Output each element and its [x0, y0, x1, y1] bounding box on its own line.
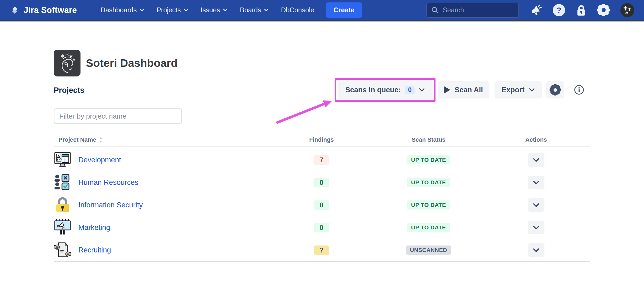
nav-dashboards[interactable]: Dashboards [101, 6, 144, 14]
table-header: Project Name Findings Scan Status Action… [54, 136, 590, 146]
sort-icon [99, 137, 103, 143]
findings-badge: 0 [314, 200, 329, 210]
project-filter-input[interactable] [54, 108, 182, 124]
soteri-face-icon [56, 52, 79, 75]
scan-status-badge: UNSCANNED [406, 245, 451, 255]
dashboard-settings-button[interactable] [546, 81, 564, 98]
table-bottom-divider [54, 261, 590, 262]
row-actions-button[interactable] [528, 153, 544, 167]
column-project-name-label: Project Name [58, 136, 96, 143]
scan-all-label: Scan All [455, 86, 483, 94]
nav-boards[interactable]: Boards [240, 6, 269, 14]
annotation-highlight-box: Scans in queue: 0 [335, 78, 436, 102]
svg-text:{·}: {·} [57, 158, 62, 161]
findings-badge: 7 [314, 155, 329, 165]
scan-status-badge: UP TO DATE [407, 200, 450, 210]
nav-dbconsole[interactable]: DbConsole [281, 6, 314, 14]
header-divider [54, 146, 590, 147]
table-row-human-resources: Human Resources 0 UP TO DATE [54, 171, 590, 194]
chevron-down-icon [533, 203, 539, 207]
settings-gear-icon[interactable] [597, 4, 610, 16]
chevron-down-icon [529, 88, 535, 92]
gear-icon [550, 84, 561, 96]
annotation-arrow [269, 98, 336, 126]
chevron-down-icon [184, 9, 188, 12]
human-resources-icon [54, 174, 71, 191]
lock-icon[interactable] [576, 4, 587, 16]
table-row-development: {·} () Development 7 UP TO DATE [54, 149, 590, 171]
info-icon[interactable] [572, 83, 586, 97]
page-title: Soteri Dashboard [86, 57, 178, 69]
row-actions-button[interactable] [528, 176, 544, 189]
table-row-marketing: Marketing 0 UP TO DATE [54, 216, 590, 239]
jira-diamond-icon [10, 5, 20, 15]
navbar-right-group: ? [426, 3, 634, 18]
chevron-down-icon [533, 181, 539, 185]
nav-issues-label: Issues [201, 6, 220, 14]
svg-text:(): () [63, 158, 67, 162]
chevron-down-icon [140, 9, 144, 12]
column-scan-status: Scan Status [402, 136, 455, 143]
navbar-search[interactable] [426, 3, 519, 18]
jira-logo[interactable]: Jira Software [10, 5, 77, 15]
scans-in-queue-button[interactable]: Scans in queue: 0 [338, 81, 433, 99]
user-avatar[interactable] [620, 3, 634, 17]
project-link-development[interactable]: Development [78, 156, 121, 164]
nav-issues[interactable]: Issues [201, 6, 228, 14]
project-link-recruiting[interactable]: Recruiting [78, 246, 111, 254]
projects-heading: Projects [54, 86, 84, 95]
play-icon [444, 86, 450, 94]
scan-status-badge: UP TO DATE [407, 223, 450, 232]
marketing-icon [54, 219, 71, 236]
scan-all-button[interactable]: Scan All [438, 81, 489, 98]
nav-boards-label: Boards [240, 6, 261, 14]
scans-in-queue-label: Scans in queue: [345, 86, 401, 94]
row-actions-button[interactable] [528, 221, 544, 234]
row-actions-button[interactable] [528, 198, 544, 212]
brand-title: Jira Software [24, 5, 77, 15]
scan-status-badge: UP TO DATE [407, 178, 450, 187]
row-actions-button[interactable] [528, 243, 544, 257]
soteri-logo [54, 50, 80, 76]
findings-badge: ? [314, 245, 329, 255]
create-button[interactable]: Create [326, 2, 362, 18]
main-navigation: Dashboards Projects Issues Boards DbCons… [101, 6, 314, 14]
export-label: Export [502, 86, 525, 94]
table-row-recruiting: Recruiting ? UNSCANNED [54, 239, 590, 261]
findings-badge: 0 [314, 223, 329, 232]
project-link-human-resources[interactable]: Human Resources [78, 178, 138, 187]
table-row-information-security: Information Security 0 UP TO DATE [54, 194, 590, 216]
column-findings: Findings [295, 136, 348, 143]
nav-dashboards-label: Dashboards [101, 6, 137, 14]
top-navbar: Jira Software Dashboards Projects Issues… [0, 0, 644, 21]
scan-status-badge: UP TO DATE [407, 155, 450, 164]
column-project-name[interactable]: Project Name [58, 136, 103, 143]
recruiting-icon [54, 241, 71, 259]
column-actions: Actions [509, 136, 563, 143]
chevron-down-icon [223, 9, 228, 12]
chevron-down-icon [264, 9, 269, 12]
nav-projects-label: Projects [156, 6, 181, 14]
help-icon[interactable]: ? [553, 4, 565, 16]
search-icon [431, 6, 439, 14]
chevron-down-icon [533, 158, 539, 162]
chevron-down-icon [533, 248, 539, 252]
nav-projects[interactable]: Projects [156, 6, 188, 14]
development-icon: {·} () [54, 151, 71, 169]
search-input[interactable] [442, 6, 514, 14]
chevron-down-icon [533, 226, 539, 230]
scans-in-queue-count: 0 [405, 86, 415, 94]
information-security-icon [54, 196, 71, 214]
announcement-megaphone-icon[interactable] [530, 4, 542, 16]
chevron-down-icon [419, 88, 425, 92]
findings-badge: 0 [314, 178, 329, 187]
project-link-information-security[interactable]: Information Security [78, 201, 143, 209]
export-button[interactable]: Export [495, 81, 542, 98]
nav-dbconsole-label: DbConsole [281, 6, 314, 14]
project-link-marketing[interactable]: Marketing [78, 223, 110, 232]
